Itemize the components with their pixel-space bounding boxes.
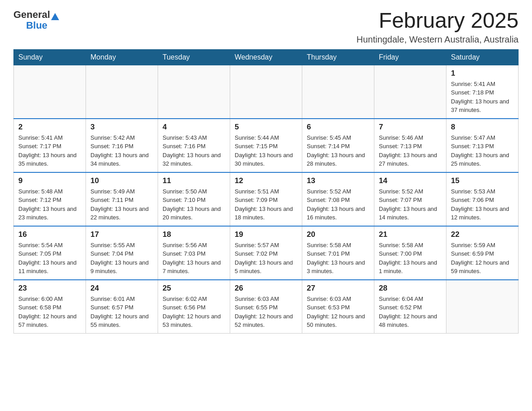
calendar-day-cell: 2Sunrise: 5:41 AM Sunset: 7:17 PM Daylig… — [14, 119, 86, 172]
day-info: Sunrise: 5:41 AM Sunset: 7:17 PM Dayligh… — [18, 133, 81, 168]
calendar-day-cell — [302, 65, 374, 119]
day-info: Sunrise: 5:58 AM Sunset: 7:00 PM Dayligh… — [379, 241, 442, 276]
calendar-day-cell: 9Sunrise: 5:48 AM Sunset: 7:12 PM Daylig… — [14, 172, 86, 226]
day-number: 9 — [18, 176, 81, 185]
logo-general-text: General — [13, 9, 50, 21]
day-info: Sunrise: 5:51 AM Sunset: 7:09 PM Dayligh… — [235, 187, 297, 222]
day-info: Sunrise: 6:03 AM Sunset: 6:55 PM Dayligh… — [235, 295, 297, 330]
calendar-week-row: 2Sunrise: 5:41 AM Sunset: 7:17 PM Daylig… — [14, 119, 519, 172]
logo-blue-text: Blue — [26, 20, 47, 31]
calendar-day-cell: 6Sunrise: 5:45 AM Sunset: 7:14 PM Daylig… — [302, 119, 374, 172]
day-number: 23 — [18, 284, 81, 293]
calendar-day-cell: 7Sunrise: 5:46 AM Sunset: 7:13 PM Daylig… — [374, 119, 446, 172]
day-number: 6 — [307, 123, 369, 132]
day-of-week-header: Thursday — [302, 49, 374, 65]
calendar-week-row: 23Sunrise: 6:00 AM Sunset: 6:58 PM Dayli… — [14, 280, 519, 334]
day-number: 25 — [163, 284, 225, 293]
day-info: Sunrise: 5:54 AM Sunset: 7:05 PM Dayligh… — [18, 241, 81, 276]
calendar-table: SundayMondayTuesdayWednesdayThursdayFrid… — [13, 49, 519, 334]
calendar-day-cell: 3Sunrise: 5:42 AM Sunset: 7:16 PM Daylig… — [86, 119, 158, 172]
day-number: 13 — [307, 176, 369, 185]
day-number: 19 — [235, 230, 297, 239]
calendar-week-row: 1Sunrise: 5:41 AM Sunset: 7:18 PM Daylig… — [14, 65, 519, 119]
day-info: Sunrise: 5:43 AM Sunset: 7:16 PM Dayligh… — [163, 133, 225, 168]
calendar-day-cell — [86, 65, 158, 119]
day-number: 21 — [379, 230, 442, 239]
calendar-header-row: SundayMondayTuesdayWednesdayThursdayFrid… — [14, 49, 519, 65]
day-number: 24 — [90, 284, 153, 293]
day-info: Sunrise: 5:57 AM Sunset: 7:02 PM Dayligh… — [235, 241, 297, 276]
calendar-day-cell: 16Sunrise: 5:54 AM Sunset: 7:05 PM Dayli… — [14, 226, 86, 280]
day-info: Sunrise: 5:47 AM Sunset: 7:13 PM Dayligh… — [451, 133, 514, 168]
day-info: Sunrise: 5:53 AM Sunset: 7:06 PM Dayligh… — [451, 187, 514, 222]
calendar-day-cell: 15Sunrise: 5:53 AM Sunset: 7:06 PM Dayli… — [446, 172, 519, 226]
calendar-week-row: 16Sunrise: 5:54 AM Sunset: 7:05 PM Dayli… — [14, 226, 519, 280]
day-number: 15 — [451, 176, 514, 185]
day-number: 1 — [451, 69, 514, 78]
day-info: Sunrise: 5:45 AM Sunset: 7:14 PM Dayligh… — [307, 133, 369, 168]
calendar-day-cell: 17Sunrise: 5:55 AM Sunset: 7:04 PM Dayli… — [86, 226, 158, 280]
calendar-day-cell — [14, 65, 86, 119]
day-info: Sunrise: 5:49 AM Sunset: 7:11 PM Dayligh… — [90, 187, 153, 222]
calendar-day-cell: 11Sunrise: 5:50 AM Sunset: 7:10 PM Dayli… — [158, 172, 230, 226]
day-of-week-header: Wednesday — [230, 49, 302, 65]
day-number: 22 — [451, 230, 514, 239]
day-info: Sunrise: 5:41 AM Sunset: 7:18 PM Dayligh… — [451, 80, 514, 115]
day-number: 14 — [379, 176, 442, 185]
day-info: Sunrise: 6:00 AM Sunset: 6:58 PM Dayligh… — [18, 295, 81, 330]
calendar-day-cell: 5Sunrise: 5:44 AM Sunset: 7:15 PM Daylig… — [230, 119, 302, 172]
day-info: Sunrise: 5:55 AM Sunset: 7:04 PM Dayligh… — [90, 241, 153, 276]
day-info: Sunrise: 5:48 AM Sunset: 7:12 PM Dayligh… — [18, 187, 81, 222]
day-info: Sunrise: 5:56 AM Sunset: 7:03 PM Dayligh… — [163, 241, 225, 276]
day-info: Sunrise: 6:01 AM Sunset: 6:57 PM Dayligh… — [90, 295, 153, 330]
calendar-day-cell: 19Sunrise: 5:57 AM Sunset: 7:02 PM Dayli… — [230, 226, 302, 280]
day-number: 2 — [18, 123, 81, 132]
calendar-day-cell: 25Sunrise: 6:02 AM Sunset: 6:56 PM Dayli… — [158, 280, 230, 334]
day-number: 26 — [235, 284, 297, 293]
day-number: 18 — [163, 230, 225, 239]
day-number: 17 — [90, 230, 153, 239]
day-number: 3 — [90, 123, 153, 132]
calendar-day-cell: 28Sunrise: 6:04 AM Sunset: 6:52 PM Dayli… — [374, 280, 446, 334]
calendar-week-row: 9Sunrise: 5:48 AM Sunset: 7:12 PM Daylig… — [14, 172, 519, 226]
calendar-day-cell: 8Sunrise: 5:47 AM Sunset: 7:13 PM Daylig… — [446, 119, 519, 172]
day-of-week-header: Monday — [86, 49, 158, 65]
location-title: Huntingdale, Western Australia, Australi… — [356, 34, 519, 45]
calendar-day-cell: 13Sunrise: 5:52 AM Sunset: 7:08 PM Dayli… — [302, 172, 374, 226]
calendar-day-cell: 4Sunrise: 5:43 AM Sunset: 7:16 PM Daylig… — [158, 119, 230, 172]
day-of-week-header: Sunday — [14, 49, 86, 65]
logo-icon: General Blue — [13, 9, 59, 31]
calendar-day-cell: 26Sunrise: 6:03 AM Sunset: 6:55 PM Dayli… — [230, 280, 302, 334]
calendar-day-cell: 10Sunrise: 5:49 AM Sunset: 7:11 PM Dayli… — [86, 172, 158, 226]
calendar-day-cell — [446, 280, 519, 334]
day-number: 7 — [379, 123, 442, 132]
day-info: Sunrise: 6:03 AM Sunset: 6:53 PM Dayligh… — [307, 295, 369, 330]
calendar-day-cell: 27Sunrise: 6:03 AM Sunset: 6:53 PM Dayli… — [302, 280, 374, 334]
day-number: 4 — [163, 123, 225, 132]
day-info: Sunrise: 6:02 AM Sunset: 6:56 PM Dayligh… — [163, 295, 225, 330]
logo: General Blue — [13, 9, 59, 31]
day-info: Sunrise: 6:04 AM Sunset: 6:52 PM Dayligh… — [379, 295, 442, 330]
calendar-day-cell: 20Sunrise: 5:58 AM Sunset: 7:01 PM Dayli… — [302, 226, 374, 280]
day-number: 5 — [235, 123, 297, 132]
day-number: 8 — [451, 123, 514, 132]
calendar-day-cell — [230, 65, 302, 119]
day-info: Sunrise: 5:44 AM Sunset: 7:15 PM Dayligh… — [235, 133, 297, 168]
calendar-day-cell: 18Sunrise: 5:56 AM Sunset: 7:03 PM Dayli… — [158, 226, 230, 280]
calendar-day-cell: 1Sunrise: 5:41 AM Sunset: 7:18 PM Daylig… — [446, 65, 519, 119]
day-info: Sunrise: 5:58 AM Sunset: 7:01 PM Dayligh… — [307, 241, 369, 276]
day-number: 16 — [18, 230, 81, 239]
day-number: 20 — [307, 230, 369, 239]
day-of-week-header: Saturday — [446, 49, 519, 65]
day-info: Sunrise: 5:42 AM Sunset: 7:16 PM Dayligh… — [90, 133, 153, 168]
day-number: 28 — [379, 284, 442, 293]
calendar-day-cell: 24Sunrise: 6:01 AM Sunset: 6:57 PM Dayli… — [86, 280, 158, 334]
day-number: 10 — [90, 176, 153, 185]
calendar-day-cell: 12Sunrise: 5:51 AM Sunset: 7:09 PM Dayli… — [230, 172, 302, 226]
calendar-day-cell: 22Sunrise: 5:59 AM Sunset: 6:59 PM Dayli… — [446, 226, 519, 280]
day-number: 12 — [235, 176, 297, 185]
page-header: General Blue February 2025 Huntingdale, … — [13, 9, 519, 45]
calendar-day-cell — [158, 65, 230, 119]
calendar-day-cell: 21Sunrise: 5:58 AM Sunset: 7:00 PM Dayli… — [374, 226, 446, 280]
calendar-day-cell: 23Sunrise: 6:00 AM Sunset: 6:58 PM Dayli… — [14, 280, 86, 334]
